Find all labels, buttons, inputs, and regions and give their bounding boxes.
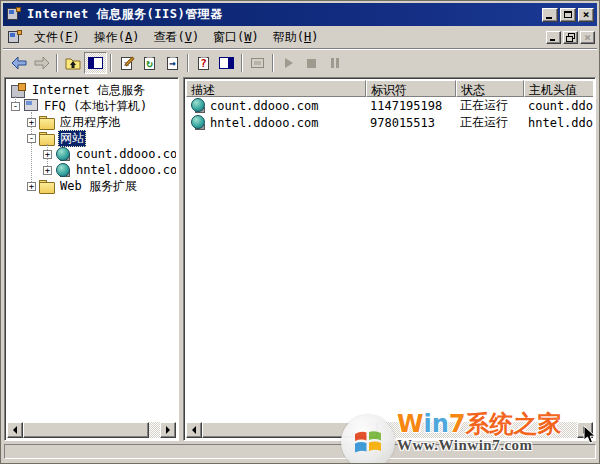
watermark-title: Win7系统之家 (397, 411, 562, 437)
refresh-button[interactable]: ↻ (138, 52, 161, 74)
start-item-button[interactable] (277, 52, 300, 74)
tree-item-internet-information-services[interactable]: Internet 信息服务 (7, 82, 176, 98)
iis-root-icon (11, 83, 27, 97)
watermark-url: Www.Winwin7.com (397, 437, 562, 454)
refresh-icon: ↻ (144, 57, 155, 70)
maximize-button[interactable] (560, 8, 576, 22)
tree-item-label: 应用程序池 (58, 114, 122, 131)
scroll-left-button[interactable] (7, 422, 23, 438)
console-tree-pane: Internet 信息服务 - FFQ (本地计算机) + 应用程序池 - (4, 77, 179, 441)
properties-icon (121, 57, 132, 70)
folder-icon (39, 115, 55, 129)
toolbar-separator (241, 54, 243, 72)
cell-description: count.ddooo.com (210, 99, 318, 113)
tree-item-label: FFQ (本地计算机) (42, 98, 149, 115)
collapse-expander[interactable]: - (11, 102, 20, 111)
windows-logo-icon (341, 415, 395, 464)
tree-item-web-service-extensions[interactable]: + Web 服务扩展 (7, 178, 176, 194)
cell-host-header: hntel.ddooo (524, 116, 593, 130)
menu-bar: 文件(F) 操作(A) 查看(V) 窗口(W) 帮助(H) × (3, 27, 597, 49)
tree-item-label: hntel.ddooo.com (74, 163, 176, 177)
window-title: Internet 信息服务(IIS)管理器 (27, 6, 223, 23)
tree-item-application-pools[interactable]: + 应用程序池 (7, 114, 176, 130)
expand-expander[interactable]: + (43, 166, 52, 175)
tree: Internet 信息服务 - FFQ (本地计算机) + 应用程序池 - (7, 80, 176, 194)
list-row-count-ddooo-com[interactable]: count.ddooo.com 1147195198 正在运行 count.dd… (186, 97, 593, 114)
stop-icon (307, 59, 316, 68)
close-button[interactable]: × (578, 8, 594, 22)
help-button[interactable]: ? (192, 52, 215, 74)
windows-flag-icon (352, 426, 384, 458)
mouse-cursor (583, 425, 596, 448)
scrollbar-thumb[interactable] (23, 422, 149, 438)
scroll-right-button[interactable] (160, 422, 176, 438)
minimize-button[interactable] (542, 8, 558, 22)
console-tree-icon (88, 57, 103, 69)
expand-expander[interactable]: + (27, 118, 36, 127)
tree-item-count-ddooo-com[interactable]: + count.ddooo.com (7, 146, 176, 162)
show-hide-console-tree-button[interactable] (84, 52, 107, 74)
mdi-minimize-button[interactable] (546, 31, 561, 44)
menu-action[interactable]: 操作(A) (87, 27, 147, 48)
show-hide-action-pane-button[interactable] (215, 52, 238, 74)
back-button[interactable] (7, 52, 30, 74)
column-header-identifier[interactable]: 标识符 (366, 80, 456, 97)
properties-button[interactable] (115, 52, 138, 74)
title-bar[interactable]: Internet 信息服务(IIS)管理器 × (3, 3, 597, 26)
connect-computer-button[interactable] (246, 52, 269, 74)
export-list-button[interactable]: → (161, 52, 184, 74)
menu-file[interactable]: 文件(F) (27, 27, 87, 48)
list-header: 描述 标识符 状态 主机头值 (186, 80, 593, 97)
computer-icon (23, 99, 39, 113)
tree-item-label-selected: 网站 (58, 130, 86, 147)
export-list-icon: → (167, 57, 178, 70)
stop-item-button[interactable] (300, 52, 323, 74)
pause-icon (331, 58, 339, 68)
mdi-close-button[interactable]: × (580, 31, 595, 44)
tree-item-local-computer[interactable]: - FFQ (本地计算机) (7, 98, 176, 114)
app-icon (6, 7, 22, 22)
toolbar-separator (56, 54, 58, 72)
list-row-hntel-ddooo-com[interactable]: hntel.ddooo.com 978015513 正在运行 hntel.ddo… (186, 114, 593, 131)
back-icon (11, 56, 27, 70)
forward-icon (34, 56, 50, 70)
toolbar: ↻ → ? (3, 50, 597, 76)
forward-button[interactable] (30, 52, 53, 74)
up-folder-icon (65, 56, 81, 70)
toolbar-separator (110, 54, 112, 72)
toolbar-separator (272, 54, 274, 72)
collapse-expander[interactable]: - (27, 134, 36, 143)
column-header-host-header[interactable]: 主机头值 (524, 80, 593, 97)
expand-expander[interactable]: + (27, 182, 36, 191)
cell-host-header: count.ddooo (524, 99, 593, 113)
folder-icon (39, 179, 55, 193)
console-icon (7, 30, 23, 45)
toolbar-separator (187, 54, 189, 72)
scroll-left-button[interactable] (186, 422, 202, 438)
menu-view[interactable]: 查看(V) (146, 27, 206, 48)
iis-manager-window: Internet 信息服务(IIS)管理器 × 文件(F) 操作(A) 查看(V… (0, 0, 600, 464)
menu-window[interactable]: 窗口(W) (206, 27, 266, 48)
up-one-level-button[interactable] (61, 52, 84, 74)
website-icon (55, 163, 71, 177)
tree-horizontal-scrollbar[interactable] (7, 422, 176, 438)
winwin7-watermark: Win7系统之家 Www.Winwin7.com (341, 411, 599, 464)
cell-status: 正在运行 (456, 114, 524, 131)
tree-item-websites[interactable]: - 网站 (7, 130, 176, 146)
tree-item-label: Internet 信息服务 (30, 82, 147, 99)
column-header-status[interactable]: 状态 (456, 80, 524, 97)
website-icon (190, 98, 206, 113)
mdi-restore-button[interactable] (563, 31, 578, 44)
website-icon (190, 115, 206, 130)
tree-item-label: count.ddooo.com (74, 147, 176, 161)
action-pane-icon (219, 57, 234, 69)
cell-description: hntel.ddooo.com (210, 116, 318, 130)
restore-icon (566, 33, 575, 42)
help-icon: ? (198, 57, 209, 70)
tree-item-hntel-ddooo-com[interactable]: + hntel.ddooo.com (7, 162, 176, 178)
pause-item-button[interactable] (323, 52, 346, 74)
expand-expander[interactable]: + (43, 150, 52, 159)
menu-help[interactable]: 帮助(H) (266, 27, 326, 48)
column-header-description[interactable]: 描述 (186, 80, 366, 97)
status-panel-left (4, 444, 378, 459)
